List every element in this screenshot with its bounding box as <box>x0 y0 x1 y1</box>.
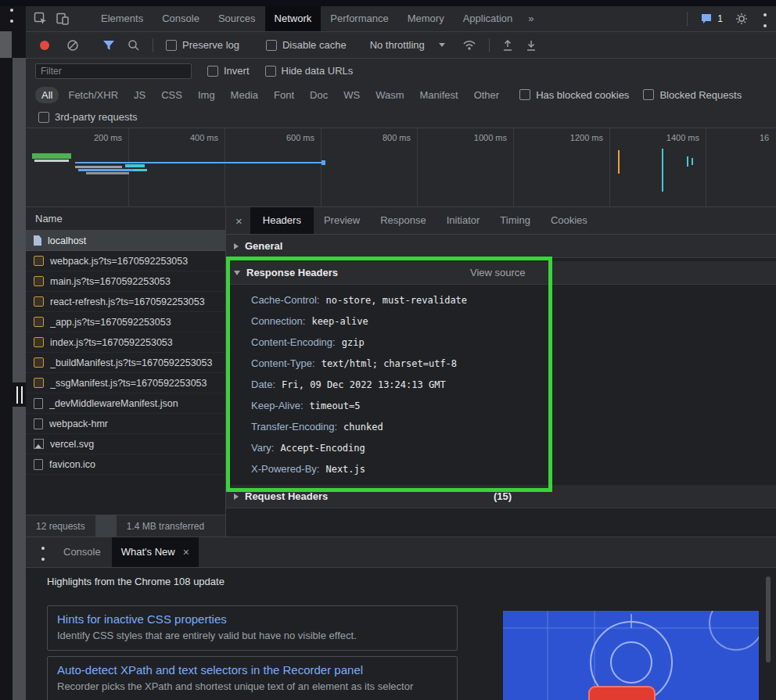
response-headers-section-header[interactable]: Response Headers View source <box>226 261 776 285</box>
tab-memory[interactable]: Memory <box>398 6 454 31</box>
import-har-icon[interactable] <box>502 40 513 51</box>
chip-doc[interactable]: Doc <box>304 87 334 103</box>
export-har-icon[interactable] <box>526 40 537 51</box>
table-row[interactable]: favicon.ico <box>26 454 225 475</box>
chip-img[interactable]: Img <box>192 87 221 103</box>
filter-input[interactable] <box>35 63 192 79</box>
chip-all[interactable]: All <box>35 87 59 103</box>
gridline <box>225 128 225 206</box>
tab-console[interactable]: Console <box>153 6 209 31</box>
chip-other[interactable]: Other <box>468 87 506 103</box>
chip-fetch-xhr[interactable]: Fetch/XHR <box>62 87 124 103</box>
drawer-tabbar: Console What's New × <box>26 537 776 568</box>
console-messages-icon[interactable] <box>700 13 713 25</box>
tab-response[interactable]: Response <box>370 207 436 234</box>
overview-bar <box>133 169 147 171</box>
inspect-element-icon[interactable] <box>34 12 48 26</box>
checkbox[interactable] <box>166 40 177 51</box>
page-fragment <box>0 31 12 58</box>
table-row-localhost[interactable]: localhost <box>26 231 225 251</box>
header-row: Keep-Alivetimeout=5 <box>226 395 776 416</box>
chip-font[interactable]: Font <box>268 87 300 103</box>
chip-css[interactable]: CSS <box>155 87 189 103</box>
overview-bar <box>125 164 145 167</box>
gridline <box>128 128 129 206</box>
checkbox[interactable] <box>265 66 276 77</box>
more-tabs-chevron[interactable]: » <box>522 6 540 31</box>
drawer-tab-console[interactable]: Console <box>52 537 112 567</box>
page-scrollbar[interactable] <box>13 58 26 700</box>
record-network-log-button[interactable] <box>40 41 49 50</box>
tab-timing[interactable]: Timing <box>490 207 541 234</box>
settings-gear-icon[interactable] <box>735 13 748 25</box>
clear-network-log-icon[interactable] <box>66 39 79 52</box>
table-row[interactable]: _devMiddlewareManifest.json <box>26 393 225 414</box>
tab-cookies[interactable]: Cookies <box>541 207 598 234</box>
time-label: 600 ms <box>268 133 314 142</box>
devtools-window: Elements Console Sources Network Perform… <box>26 6 776 700</box>
request-headers-section-header[interactable]: Request Headers (15) <box>226 485 776 508</box>
network-overview-timeline[interactable]: 200 ms 400 ms 600 ms 800 ms 1000 ms 1200… <box>26 128 776 207</box>
table-row[interactable]: main.js?ts=1670592253053 <box>26 271 225 292</box>
table-row[interactable]: index.js?ts=1670592253053 <box>26 332 225 353</box>
chip-manifest[interactable]: Manifest <box>413 87 464 103</box>
drawer-tab-label: What's New <box>121 537 175 567</box>
tab-sources[interactable]: Sources <box>209 6 265 31</box>
table-row[interactable]: _app.js?ts=1670592253053 <box>26 312 225 332</box>
general-section-header[interactable]: General <box>226 235 776 258</box>
throttling-select[interactable]: No throttling <box>370 39 445 51</box>
table-row[interactable]: _buildManifest.js?ts=1670592253053 <box>26 353 225 373</box>
checkbox[interactable] <box>519 89 530 100</box>
tab-network[interactable]: Network <box>265 6 322 31</box>
search-icon[interactable] <box>128 39 140 52</box>
header-value: chunked <box>343 422 383 433</box>
whats-new-card-description: Identify CSS styles that are entirely va… <box>57 630 447 641</box>
overview-bar <box>75 166 122 168</box>
tab-application[interactable]: Application <box>454 6 523 31</box>
filter-funnel-icon[interactable] <box>102 40 115 51</box>
invert-checkbox[interactable]: Invert <box>207 65 250 77</box>
table-row[interactable]: react-refresh.js?ts=1670592253053 <box>26 292 225 312</box>
close-drawer-tab-icon[interactable]: × <box>183 537 189 567</box>
whats-new-card-link[interactable]: Hints for inactive CSS properties <box>57 612 447 626</box>
table-row[interactable]: vercel.svg <box>26 434 225 454</box>
has-blocked-cookies-checkbox[interactable]: Has blocked cookies <box>519 89 629 101</box>
close-details-icon[interactable]: × <box>226 214 250 228</box>
browser-left-edge <box>0 0 26 700</box>
generic-file-icon <box>34 459 43 470</box>
table-row[interactable]: webpack-hmr <box>26 414 225 434</box>
device-toolbar-icon[interactable] <box>56 12 70 26</box>
blocked-requests-checkbox[interactable]: Blocked Requests <box>643 89 742 101</box>
tab-preview[interactable]: Preview <box>314 207 370 234</box>
request-name: localhost <box>48 235 222 246</box>
header-value: no-store, must-revalidate <box>325 295 467 306</box>
checkbox[interactable] <box>643 89 654 100</box>
gridline <box>513 128 514 206</box>
hide-data-urls-checkbox[interactable]: Hide data URLs <box>265 65 354 77</box>
chip-js[interactable]: JS <box>128 87 152 103</box>
disable-cache-checkbox[interactable]: Disable cache <box>266 39 347 51</box>
chip-ws[interactable]: WS <box>337 87 366 103</box>
tab-initiator[interactable]: Initiator <box>436 207 490 234</box>
devtools-resize-handle[interactable] <box>13 382 26 407</box>
name-column-header[interactable]: Name <box>26 207 225 231</box>
checkbox[interactable] <box>207 66 218 77</box>
preserve-log-checkbox[interactable]: Preserve log <box>166 39 239 51</box>
drawer-scrollbar[interactable] <box>766 576 771 662</box>
tab-elements[interactable]: Elements <box>92 6 153 31</box>
drawer-tab-whats-new[interactable]: What's New × <box>112 537 199 567</box>
chip-wasm[interactable]: Wasm <box>369 87 410 103</box>
checkbox[interactable] <box>38 112 49 123</box>
whats-new-card-link[interactable]: Auto-detect XPath and text selectors in … <box>57 663 447 677</box>
view-source-link[interactable]: View source <box>470 267 526 278</box>
table-row[interactable]: _ssgManifest.js?ts=1670592253053 <box>26 373 225 393</box>
tab-headers[interactable]: Headers <box>250 207 314 234</box>
time-label: 400 ms <box>171 133 218 142</box>
chip-media[interactable]: Media <box>225 87 264 103</box>
network-conditions-icon[interactable] <box>462 39 476 51</box>
tab-performance[interactable]: Performance <box>321 6 397 31</box>
table-row[interactable]: webpack.js?ts=1670592253053 <box>26 251 225 271</box>
third-party-checkbox[interactable]: 3rd-party requests <box>38 111 138 123</box>
checkbox[interactable] <box>266 40 277 51</box>
request-name: react-refresh.js?ts=1670592253053 <box>50 296 222 307</box>
